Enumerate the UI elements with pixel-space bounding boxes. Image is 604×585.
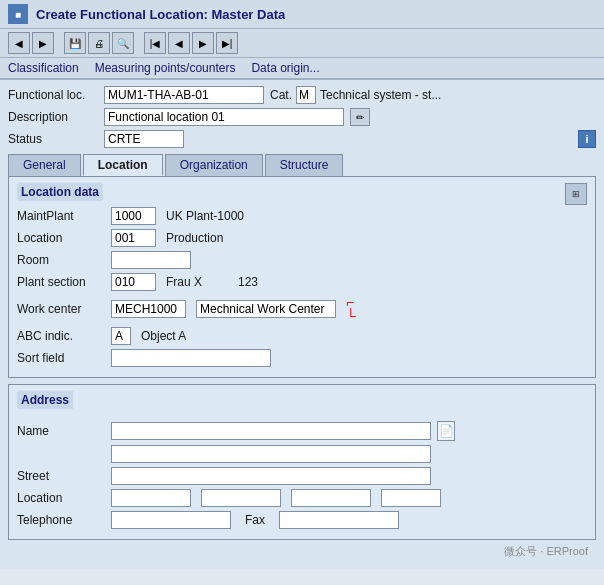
plant-section-input[interactable]: [111, 273, 156, 291]
forward-button[interactable]: ▶: [32, 32, 54, 54]
telephone-row: Telephone Fax: [17, 511, 587, 529]
cat-label: Cat.: [270, 88, 292, 102]
desc-input[interactable]: [104, 108, 344, 126]
menu-measuring-points[interactable]: Measuring points/counters: [95, 61, 236, 75]
tab-structure[interactable]: Structure: [265, 154, 344, 176]
status-label: Status: [8, 132, 98, 146]
cat-desc: Technical system - st...: [320, 88, 441, 102]
desc-row: Description ✏: [8, 108, 596, 126]
room-input[interactable]: [111, 251, 191, 269]
tab-organization[interactable]: Organization: [165, 154, 263, 176]
address-section: Address Name 📄 Street Location Tel: [8, 384, 596, 540]
address-title: Address: [17, 391, 73, 409]
doc-icon[interactable]: 📄: [437, 421, 455, 441]
info-icon[interactable]: i: [578, 130, 596, 148]
func-loc-input[interactable]: [104, 86, 264, 104]
street-row: Street: [17, 467, 587, 485]
location-data-section: Location data ⊞ MaintPlant UK Plant-1000…: [8, 176, 596, 378]
last-button[interactable]: ▶|: [216, 32, 238, 54]
grid-icon[interactable]: ⊞: [565, 183, 587, 205]
toolbar: ◀ ▶ 💾 🖨 🔍 |◀ ◀ ▶ ▶|: [0, 29, 604, 58]
menu-bar: Classification Measuring points/counters…: [0, 58, 604, 80]
location-data-title: Location data: [17, 183, 103, 201]
name-input-2[interactable]: [111, 445, 431, 463]
main-content: Functional loc. Cat. Technical system - …: [0, 80, 604, 569]
work-center-label: Work center: [17, 302, 105, 316]
desc-label: Description: [8, 110, 98, 124]
menu-data-origin[interactable]: Data origin...: [251, 61, 319, 75]
fax-label: Fax: [245, 513, 273, 527]
name-input[interactable]: [111, 422, 431, 440]
room-label: Room: [17, 253, 105, 267]
abc-indic-desc: Object A: [141, 329, 186, 343]
work-center-input[interactable]: [111, 300, 186, 318]
maint-plant-row: MaintPlant UK Plant-1000: [17, 207, 587, 225]
plant-section-desc: Frau X: [166, 275, 202, 289]
addr-location-input-1[interactable]: [111, 489, 191, 507]
tab-location[interactable]: Location: [83, 154, 163, 176]
abc-indic-label: ABC indic.: [17, 329, 105, 343]
street-label: Street: [17, 469, 105, 483]
fax-input[interactable]: [279, 511, 399, 529]
first-button[interactable]: |◀: [144, 32, 166, 54]
location-input[interactable]: [111, 229, 156, 247]
print-button[interactable]: 🖨: [88, 32, 110, 54]
sort-field-input[interactable]: [111, 349, 271, 367]
save-button[interactable]: 💾: [64, 32, 86, 54]
status-input[interactable]: [104, 130, 184, 148]
next-button[interactable]: ▶: [192, 32, 214, 54]
addr-location-input-2[interactable]: [201, 489, 281, 507]
prev-button[interactable]: ◀: [168, 32, 190, 54]
func-loc-label: Functional loc.: [8, 88, 98, 102]
tab-general[interactable]: General: [8, 154, 81, 176]
telephone-label: Telephone: [17, 513, 105, 527]
addr-location-row: Location: [17, 489, 587, 507]
name-row-2: [17, 445, 587, 463]
location-label: Location: [17, 231, 105, 245]
func-loc-row: Functional loc. Cat. Technical system - …: [8, 86, 596, 104]
name-label: Name: [17, 424, 105, 438]
maint-plant-input[interactable]: [111, 207, 156, 225]
street-input[interactable]: [111, 467, 431, 485]
addr-location-input-4[interactable]: [381, 489, 441, 507]
location-desc: Production: [166, 231, 223, 245]
edit-icon[interactable]: ✏: [350, 108, 370, 126]
maint-plant-desc: UK Plant-1000: [166, 209, 244, 223]
find-button[interactable]: 🔍: [112, 32, 134, 54]
room-row: Room: [17, 251, 587, 269]
location-row: Location Production: [17, 229, 587, 247]
name-row: Name 📄: [17, 421, 587, 441]
addr-location-input-3[interactable]: [291, 489, 371, 507]
sort-field-label: Sort field: [17, 351, 105, 365]
red-corner-icon: ⌐└: [346, 295, 356, 323]
abc-indic-row: ABC indic. Object A: [17, 327, 587, 345]
telephone-input[interactable]: [111, 511, 231, 529]
cat-section: Cat. Technical system - st...: [270, 86, 441, 104]
page-title: Create Functional Location: Master Data: [36, 7, 285, 22]
app-icon: ■: [8, 4, 28, 24]
cat-input[interactable]: [296, 86, 316, 104]
plant-section-num: 123: [238, 275, 258, 289]
watermark: 微众号 · ERProof: [8, 540, 596, 563]
status-row: Status i: [8, 130, 596, 148]
back-button[interactable]: ◀: [8, 32, 30, 54]
maint-plant-label: MaintPlant: [17, 209, 105, 223]
plant-section-label: Plant section: [17, 275, 105, 289]
work-center-desc-input[interactable]: [196, 300, 336, 318]
tabs-bar: General Location Organization Structure: [8, 154, 596, 176]
work-center-row: Work center ⌐└: [17, 295, 587, 323]
plant-section-row: Plant section Frau X 123: [17, 273, 587, 291]
menu-classification[interactable]: Classification: [8, 61, 79, 75]
addr-location-label: Location: [17, 491, 105, 505]
abc-indic-input[interactable]: [111, 327, 131, 345]
title-bar: ■ Create Functional Location: Master Dat…: [0, 0, 604, 29]
sort-field-row: Sort field: [17, 349, 587, 367]
